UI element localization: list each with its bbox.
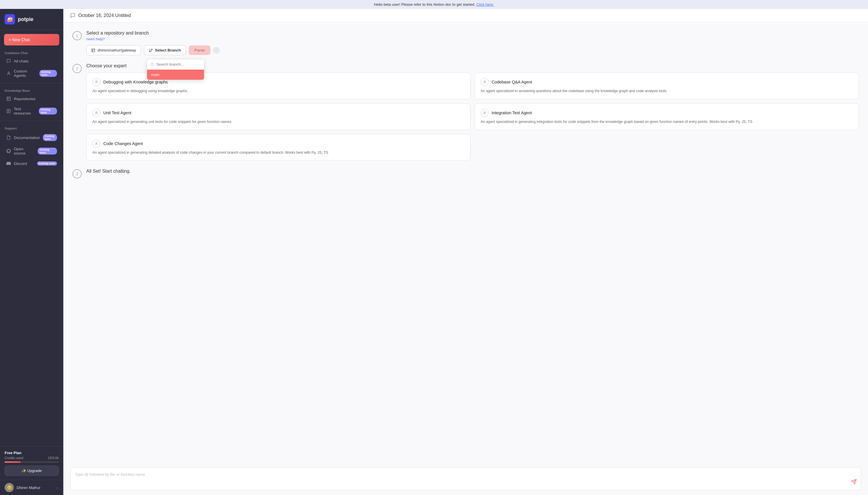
expert-name: Integration Test Agent (492, 110, 532, 115)
expert-card-codebase-qa[interactable]: Codebase Q&A Agent An agent specialized … (475, 72, 859, 99)
expert-card-code-changes[interactable]: Code Changes Agent An agent specialized … (86, 134, 471, 161)
coming-soon-badge: Coming soon (43, 134, 57, 141)
info-icon[interactable]: ⓘ (213, 47, 220, 53)
branch-label: Select Branch (155, 48, 181, 52)
step3-row: 3 All Set! Start chatting. (72, 169, 859, 178)
user-arrow: → (55, 485, 59, 490)
sidebar-item-label: All chats (14, 59, 29, 63)
step2-circle: 2 (72, 64, 82, 73)
page-body: 1 Select a repository and branch need he… (63, 22, 868, 464)
text-icon (6, 109, 11, 114)
credits-value: 15/5.0k (48, 456, 59, 460)
logo-icon: 🍰 (5, 14, 15, 24)
doc-icon (6, 135, 11, 140)
sidebar-item-label: Discord (14, 161, 27, 166)
svg-point-13 (96, 112, 97, 113)
page-header: October 16, 2024 Untitled (63, 9, 868, 22)
expert-desc: An agent specialized in generating detai… (92, 150, 464, 155)
expert-desc: An agent specialized in answering questi… (481, 88, 853, 94)
repo-button[interactable]: dhirenmathur/gateway (86, 45, 141, 55)
main-content: October 16, 2024 Untitled 1 Select a rep… (63, 9, 868, 495)
expert-desc: An agent specialized in debugging using … (92, 88, 464, 94)
agents-icon (6, 71, 11, 76)
expert-name: Debugging with Knowledge graphs (103, 80, 168, 84)
step3-circle: 3 (72, 169, 82, 178)
parse-button[interactable]: Parse (189, 46, 210, 55)
expert-name: Unit Test Agent (103, 110, 131, 115)
coming-soon-badge-os: Coming soon (38, 148, 57, 155)
step1-circle: 1 (72, 31, 82, 40)
step3-title: All Set! Start chatting. (86, 169, 859, 174)
branch-search-input[interactable] (156, 62, 201, 67)
expert-name: Codebase Q&A Agent (492, 80, 532, 84)
sidebar-divider-2 (0, 121, 63, 121)
person-icon (95, 80, 98, 84)
section-label-codebase: Codebase Chat (0, 48, 63, 56)
svg-point-11 (96, 81, 97, 82)
page-title: October 16, 2024 Untitled (78, 13, 131, 18)
branch-search (147, 59, 204, 70)
github-icon (6, 149, 11, 153)
user-name: Dhiren Mathur (17, 485, 52, 490)
page-icon (70, 13, 75, 18)
user-row[interactable]: 😊 Dhiren Mathur → (0, 480, 63, 495)
expert-desc: An agent specialized in generating integ… (481, 119, 853, 125)
sidebar-item-documentation[interactable]: Documentation Coming soon (2, 132, 62, 143)
banner-link[interactable]: Click here. (476, 2, 494, 6)
sidebar-item-custom-agents[interactable]: Custom Agents Coming soon (2, 67, 62, 80)
sidebar-footer: Free Plan Credits used 15/5.0k ✨ Upgrade (0, 446, 63, 480)
section-label-knowledge: Knowledge Base (0, 85, 63, 93)
expert-card-debugging[interactable]: Debugging with Knowledge graphs An agent… (86, 72, 471, 99)
sidebar-item-text-resources[interactable]: Text resources Coming soon (2, 104, 62, 118)
sidebar-item-all-chats[interactable]: All chats (2, 56, 62, 66)
step1-title: Select a repository and branch (86, 31, 859, 36)
expert-card-unit-test[interactable]: Unit Test Agent An agent specialized in … (86, 103, 471, 130)
credits-row: Credits used 15/5.0k (5, 456, 59, 460)
chat-input-area: Type @ followed by file or function name (63, 464, 868, 495)
expert-icon (92, 109, 100, 117)
expert-card-header: Integration Test Agent (481, 109, 853, 117)
banner-text: Hello beta user! Please refer to this No… (374, 2, 475, 6)
svg-point-0 (8, 72, 9, 73)
expert-name: Code Changes Agent (103, 141, 143, 146)
upgrade-button[interactable]: ✨ Upgrade (5, 466, 59, 476)
expert-icon (92, 140, 100, 148)
expert-card-header: Codebase Q&A Agent (481, 78, 853, 86)
repo-name: dhirenmathur/gateway (98, 48, 136, 52)
sidebar-divider (0, 83, 63, 83)
search-icon (151, 63, 154, 67)
sidebar-item-label: Repositories (14, 97, 35, 101)
sidebar-item-label: Open source (14, 147, 35, 155)
sidebar-item-label: Custom Agents (14, 69, 37, 78)
svg-line-10 (153, 65, 154, 66)
step1-content: Select a repository and branch need help… (86, 31, 859, 55)
sidebar-item-repositories[interactable]: Repositories (2, 94, 62, 104)
svg-point-7 (151, 49, 152, 50)
coming-soon-badge-discord: Coming soon (37, 161, 57, 166)
sidebar-item-open-source[interactable]: Open source Coming soon (2, 144, 62, 158)
credits-bar-fill (5, 461, 21, 463)
svg-point-12 (484, 81, 486, 82)
person-icon (95, 111, 98, 115)
selector-row: dhirenmathur/gateway Select Branch Parse… (86, 45, 859, 55)
repo-icon (91, 48, 95, 52)
banner: Hello beta user! Please refer to this No… (0, 0, 868, 9)
branch-icon (149, 48, 153, 52)
expert-icon (481, 109, 489, 117)
branch-button[interactable]: Select Branch (144, 45, 186, 55)
expert-icon (92, 78, 100, 86)
expert-icon (481, 78, 489, 86)
step1-row: 1 Select a repository and branch need he… (72, 31, 859, 55)
branch-option-main[interactable]: main (147, 70, 204, 80)
svg-point-9 (151, 63, 153, 65)
send-icon (851, 479, 857, 485)
app-name: potpie (18, 16, 33, 22)
send-button[interactable] (851, 479, 857, 486)
new-chat-button[interactable]: + New Chat (4, 34, 59, 46)
step1-help[interactable]: need help? (86, 37, 859, 41)
expert-card-integration-test[interactable]: Integration Test Agent An agent speciali… (475, 103, 859, 130)
experts-grid: Debugging with Knowledge graphs An agent… (86, 72, 859, 160)
chat-input-box[interactable]: Type @ followed by file or function name (70, 467, 861, 490)
sidebar-item-discord[interactable]: Discord Coming soon (2, 158, 62, 168)
sidebar-logo: 🍰 potpie (0, 9, 63, 30)
